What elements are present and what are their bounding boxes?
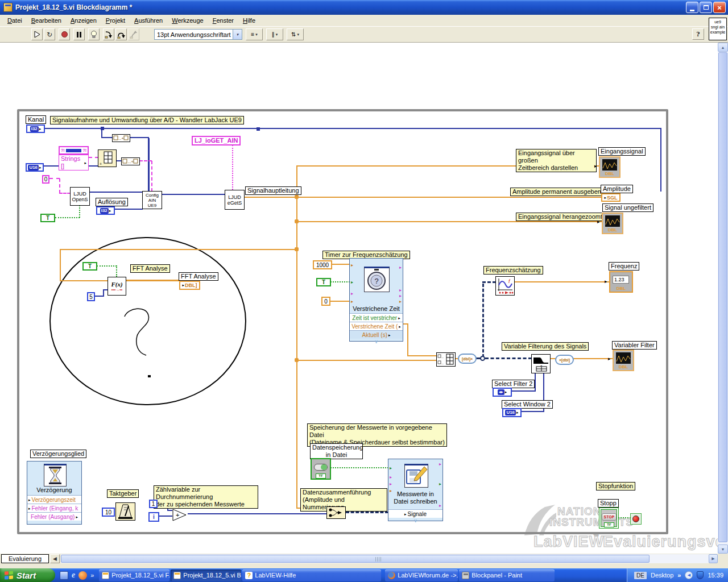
tab-evaluierung[interactable]: Evaluierung xyxy=(1,554,49,563)
close-button[interactable]: × xyxy=(713,2,726,13)
eingangssignal-chart[interactable]: DBL xyxy=(599,156,621,178)
concat-node[interactable]: ‥+ xyxy=(121,157,140,165)
timer-row-current[interactable]: Aktuell (s)▸ xyxy=(350,330,403,339)
five-constant[interactable]: 5 xyxy=(87,292,95,301)
stop-button-control[interactable]: STOP TF xyxy=(599,508,619,529)
delay-row-time[interactable]: ▸Verzögerungszeit xyxy=(27,495,81,504)
menu-hilfe[interactable]: Hilfe xyxy=(239,16,259,25)
iteration-terminal[interactable]: i xyxy=(148,512,159,522)
select-window-control[interactable]: U16 ▸ xyxy=(502,408,522,417)
one-constant[interactable]: 1 xyxy=(149,500,158,508)
horizontal-scrollbar[interactable] xyxy=(61,554,709,563)
language-indicator[interactable]: DE xyxy=(634,572,647,579)
menu-datei[interactable]: Datei xyxy=(3,16,26,25)
desktop-toolbar[interactable]: Desktop xyxy=(651,572,673,579)
delay-row-error-out[interactable]: Fehler (Ausgang)▸ xyxy=(27,512,81,521)
tray-chevron-icon[interactable]: » xyxy=(677,572,681,579)
run-button[interactable] xyxy=(31,28,43,40)
ljud-opens-node[interactable]: LJUD OpenS xyxy=(70,187,90,206)
u16-terminal[interactable]: U16 ▸ xyxy=(26,163,44,172)
ten-constant[interactable]: 10 xyxy=(102,508,115,517)
hide-icons-button[interactable]: ◀ xyxy=(685,571,693,579)
scroll-down-button[interactable]: ▼ xyxy=(718,544,728,554)
taskbar-item-blockdiagram[interactable]: Projekt_18.12_5.vi Bl... xyxy=(171,569,241,581)
from-dynamic-data-node[interactable]: ×[dbl] xyxy=(555,355,574,365)
quick-launch-round-icon[interactable] xyxy=(78,571,87,580)
filter-node[interactable]: + xyxy=(531,354,551,373)
aufloesung-terminal[interactable]: I32 ▸ xyxy=(96,206,115,215)
step-into-button[interactable] xyxy=(103,28,114,40)
strings-array-label[interactable]: Strings [] ▸ xyxy=(59,155,89,171)
menu-projekt[interactable]: Projekt xyxy=(102,16,129,25)
true-constant[interactable]: T xyxy=(316,278,331,286)
concat-node[interactable]: ‥+ xyxy=(112,134,130,142)
menu-werkzeuge[interactable]: Werkzeuge xyxy=(168,16,207,25)
expand-chevron-icon[interactable]: ∨ xyxy=(350,339,403,344)
scroll-right-button[interactable]: ▶ xyxy=(709,554,718,563)
quick-launch-more-icon[interactable]: » xyxy=(90,572,94,579)
security-shield-icon[interactable] xyxy=(697,571,704,579)
kanal-terminal[interactable]: I32 ▸ xyxy=(26,124,45,133)
true-constant[interactable]: T xyxy=(82,262,97,271)
build-array-node[interactable]: + xyxy=(98,149,117,167)
amplitude-terminal[interactable]: ▸ SGL xyxy=(601,193,621,202)
strings-constant-frame[interactable]: ?! ?! xyxy=(59,146,89,155)
timer-row-time[interactable]: Verstrichene Zeit (▸ xyxy=(350,322,403,330)
fft-node[interactable]: F(x) •••→•• xyxy=(107,277,126,296)
taskbar-item-labview-hilfe[interactable]: ? LabVIEW-Hilfe xyxy=(242,569,381,581)
start-button[interactable]: Start xyxy=(0,568,55,582)
to-dynamic-data-node[interactable]: [dbl]× xyxy=(458,354,477,364)
string-zero-constant[interactable]: 0 xyxy=(42,175,49,184)
abort-button[interactable] xyxy=(59,28,70,40)
font-selector[interactable]: 13pt Anwendungsschriftart ▾ xyxy=(154,29,242,40)
ms-constant[interactable]: 1000 xyxy=(313,260,332,269)
restore-button[interactable] xyxy=(700,2,712,13)
timer-row-elapsed[interactable]: Zeit ist verstricher▸ xyxy=(350,313,403,322)
elapsed-time-express-vi[interactable]: ▸ ▸ ▸ ▸ ▸ ▸ ▸ ▸ ? Verstrichene Zeit Zeit… xyxy=(349,258,403,342)
menu-ausfuehren[interactable]: Ausführen xyxy=(130,16,167,25)
vertical-scrollbar-thumb[interactable] xyxy=(718,52,727,542)
vertical-scrollbar[interactable]: ▲ ▼ xyxy=(718,43,728,554)
true-constant[interactable]: T xyxy=(40,214,55,222)
stop-terminal[interactable] xyxy=(630,513,642,525)
merge-signals-node[interactable] xyxy=(326,506,346,519)
config-ain-node[interactable]: Config AIN UE9 xyxy=(142,191,162,209)
delay-row-error-in[interactable]: ▸Fehler (Eingang, k xyxy=(27,504,81,512)
menu-fenster[interactable]: Fenster xyxy=(209,16,238,25)
horizontal-scrollbar-thumb[interactable] xyxy=(61,555,650,563)
add-node[interactable]: + xyxy=(172,508,188,523)
highlight-execution-button[interactable] xyxy=(88,28,100,40)
reorder-button[interactable]: ⇅▾ xyxy=(287,28,304,40)
run-continuous-button[interactable]: ↻ xyxy=(44,28,55,40)
step-over-button[interactable] xyxy=(115,28,127,40)
menu-anzeigen[interactable]: Anzeigen xyxy=(67,16,101,25)
context-help-button[interactable]: ? xyxy=(692,28,704,40)
scroll-up-button[interactable]: ▲ xyxy=(718,43,728,52)
pause-button[interactable] xyxy=(73,28,85,40)
build-array-node[interactable]: ‥‥ xyxy=(436,352,456,367)
write-measurements-express-vi[interactable]: ▸ ▸ ▸ ▸ ▸ ▸ ▸ Messwerte in Datei schreib… xyxy=(388,459,443,521)
ljud-egets-node[interactable]: LJUD eGetS xyxy=(225,190,245,210)
wait-metronome-node[interactable] xyxy=(115,502,135,521)
menu-bearbeiten[interactable]: Bearbeiten xyxy=(27,16,65,25)
quick-launch-app-icon[interactable] xyxy=(60,571,68,580)
lj-ioget-constant[interactable]: LJ_ioGET_AIN xyxy=(192,136,241,146)
write-row-signale[interactable]: ▸Signale xyxy=(388,509,442,518)
signal-unfiltered-chart[interactable]: DBL xyxy=(602,213,623,234)
expand-chevron-icon[interactable]: ∨ xyxy=(388,518,442,523)
variabler-filter-chart[interactable]: DBL xyxy=(613,350,634,371)
tab-scroll-left-button[interactable]: ◀ xyxy=(50,554,60,563)
frequenz-indicator[interactable]: 1.23 DBL xyxy=(609,271,633,293)
taskbar-item-firefox[interactable]: LabVIEWforum.de ->... xyxy=(385,569,458,581)
select-filter-control[interactable]: ◂▸ ▸ xyxy=(493,388,512,397)
tone-measurement-node[interactable]: f xyxy=(495,276,515,296)
vi-icon[interactable]: ue9 sngl ain example xyxy=(709,18,727,40)
time-delay-express-vi[interactable]: Verzögerung ▸Verzögerungszeit ▸Fehler (E… xyxy=(27,461,82,525)
distribute-objects-button[interactable]: ∥▾ xyxy=(266,28,283,40)
titlebar[interactable]: Projekt_18.12_5.vi Blockdiagramm * × xyxy=(0,0,728,15)
minimize-button[interactable] xyxy=(686,2,698,13)
step-out-button[interactable] xyxy=(128,28,139,40)
data-store-switch[interactable]: TF xyxy=(311,458,331,480)
taskbar-item-frontpanel[interactable]: Projekt_18.12_5.vi F... xyxy=(99,569,169,581)
internet-explorer-icon[interactable]: e xyxy=(72,571,75,580)
